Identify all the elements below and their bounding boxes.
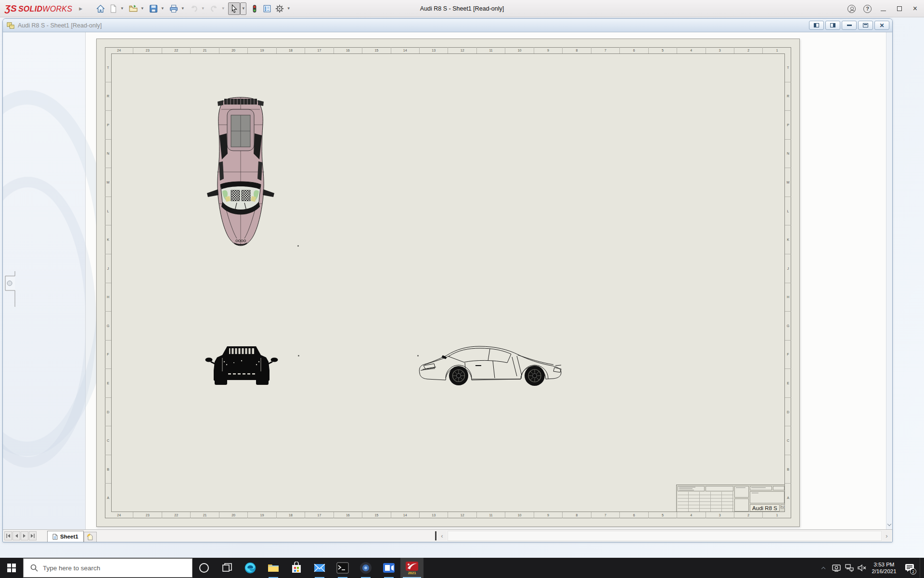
zone-label: K	[785, 225, 791, 254]
terminal-taskbar-button[interactable]	[331, 558, 354, 578]
redo-button[interactable]	[208, 2, 220, 15]
doc-close-button[interactable]: ✕	[874, 21, 889, 30]
zone-label: D	[105, 398, 111, 427]
hscroll-right-button[interactable]: ›	[882, 531, 891, 541]
zone-label: 21	[191, 512, 219, 518]
select-dropdown[interactable]: ▼	[240, 2, 246, 15]
select-cursor-icon	[230, 4, 239, 13]
show-desktop-button[interactable]	[920, 558, 922, 578]
properties-icon	[263, 4, 271, 13]
options-dropdown[interactable]: ▼	[285, 2, 292, 15]
vertical-scrollbar[interactable]	[886, 32, 892, 529]
chevron-up-icon	[821, 567, 825, 571]
save-button[interactable]	[147, 2, 159, 15]
featuremanager-collapsed-tab[interactable]	[3, 271, 17, 307]
add-sheet-icon	[87, 534, 93, 540]
account-button[interactable]	[844, 0, 860, 17]
solidworks-icon: 2021	[405, 561, 419, 575]
zone-label: H	[785, 283, 791, 312]
screen-cast-button[interactable]	[830, 558, 843, 578]
open-button[interactable]	[127, 2, 139, 15]
print-icon	[169, 4, 178, 13]
solidworks-logo: ƷS SOLIDWORKS	[5, 3, 72, 14]
scroll-down-button[interactable]	[886, 520, 892, 529]
title-block-cell	[706, 486, 733, 491]
zone-label: 7	[591, 47, 620, 53]
graphics-area[interactable]: 242322212019181716151413121110987654321 …	[3, 32, 892, 529]
expand-panel-icon	[7, 281, 12, 286]
print-dropdown[interactable]: ▼	[180, 2, 186, 15]
undo-dropdown[interactable]: ▼	[200, 2, 206, 15]
zone-label: 11	[477, 512, 505, 518]
photos-taskbar-button[interactable]	[354, 558, 377, 578]
solidworks-taskbar-button[interactable]: 2021	[400, 558, 424, 578]
doc-minimize-button[interactable]	[842, 21, 857, 30]
document-titlebar[interactable]: Audi R8 S - Sheet1 [Read-only] ✕	[3, 19, 892, 32]
zone-label: 1	[763, 47, 791, 53]
search-input[interactable]	[43, 565, 178, 572]
doc-restore-button[interactable]	[858, 21, 873, 30]
volume-button[interactable]	[856, 558, 869, 578]
minimize-button[interactable]	[875, 0, 891, 17]
zone-label: 4	[677, 512, 706, 518]
home-button[interactable]	[94, 2, 106, 15]
previous-sheet-button[interactable]	[13, 531, 20, 540]
store-taskbar-button[interactable]	[285, 558, 308, 578]
hscroll-left-button[interactable]: ‹	[437, 531, 447, 541]
select-button[interactable]	[228, 2, 240, 15]
menu-expand-icon[interactable]: ▶	[79, 6, 82, 11]
network-button[interactable]	[843, 558, 856, 578]
file-properties-button[interactable]	[261, 2, 273, 15]
tab-sheet1[interactable]: Sheet1	[47, 531, 84, 542]
task-view-taskbar-button[interactable]	[216, 558, 239, 578]
rebuild-button[interactable]	[248, 2, 260, 15]
open-dropdown[interactable]: ▼	[139, 2, 145, 15]
show-left-pane-button[interactable]	[809, 21, 824, 30]
zone-label: P	[105, 111, 111, 140]
taskbar-search[interactable]	[23, 558, 192, 578]
zone-label: 18	[277, 47, 305, 53]
sheet-tab-label: Sheet1	[60, 534, 78, 539]
first-sheet-button[interactable]	[4, 531, 12, 540]
start-button[interactable]	[0, 558, 23, 578]
next-sheet-button[interactable]	[21, 531, 28, 540]
taskbar-clock[interactable]: 3:53 PM 2/16/2021	[869, 561, 899, 575]
new-document-button[interactable]	[107, 2, 119, 15]
task-view-icon	[221, 562, 233, 574]
file-explorer-taskbar-button[interactable]	[262, 558, 285, 578]
close-button[interactable]: ×	[907, 0, 923, 17]
undo-button[interactable]	[188, 2, 200, 15]
cortana-taskbar-button[interactable]	[192, 558, 216, 578]
add-sheet-tab[interactable]	[84, 532, 97, 542]
print-button[interactable]	[167, 2, 180, 15]
drawing-view-top[interactable]	[205, 95, 276, 248]
tab-scroll-splitter[interactable]	[435, 531, 436, 540]
zone-label: 22	[162, 47, 191, 53]
restore-button[interactable]	[891, 0, 907, 17]
edge-taskbar-button[interactable]	[239, 558, 262, 578]
zone-label: 5	[649, 47, 677, 53]
new-document-dropdown[interactable]: ▼	[119, 2, 125, 15]
zone-label: 23	[133, 47, 162, 53]
zone-label: 10	[505, 512, 534, 518]
tray-expand-button[interactable]	[817, 558, 830, 578]
show-right-pane-button[interactable]	[825, 21, 840, 30]
options-button[interactable]	[273, 2, 285, 15]
action-center-button[interactable]: 2	[899, 558, 920, 578]
close-icon: ×	[913, 5, 917, 13]
zone-label: A	[105, 484, 111, 512]
zone-label: F	[105, 341, 111, 369]
redo-dropdown[interactable]: ▼	[220, 2, 226, 15]
zone-label: 8	[563, 512, 591, 518]
zone-label: 1	[763, 512, 791, 518]
drawing-sheet[interactable]: 242322212019181716151413121110987654321 …	[96, 39, 800, 527]
drawing-view-front[interactable]	[205, 342, 278, 387]
help-button[interactable]: ?	[860, 0, 875, 17]
drawing-view-side[interactable]	[418, 342, 565, 386]
video-app-taskbar-button[interactable]	[377, 558, 400, 578]
save-dropdown[interactable]: ▼	[159, 2, 166, 15]
last-sheet-button[interactable]	[29, 531, 37, 540]
title-block[interactable]: Audi R8 S A2	[676, 485, 785, 512]
horizontal-scrollbar[interactable]	[448, 531, 882, 541]
mail-taskbar-button[interactable]	[308, 558, 331, 578]
